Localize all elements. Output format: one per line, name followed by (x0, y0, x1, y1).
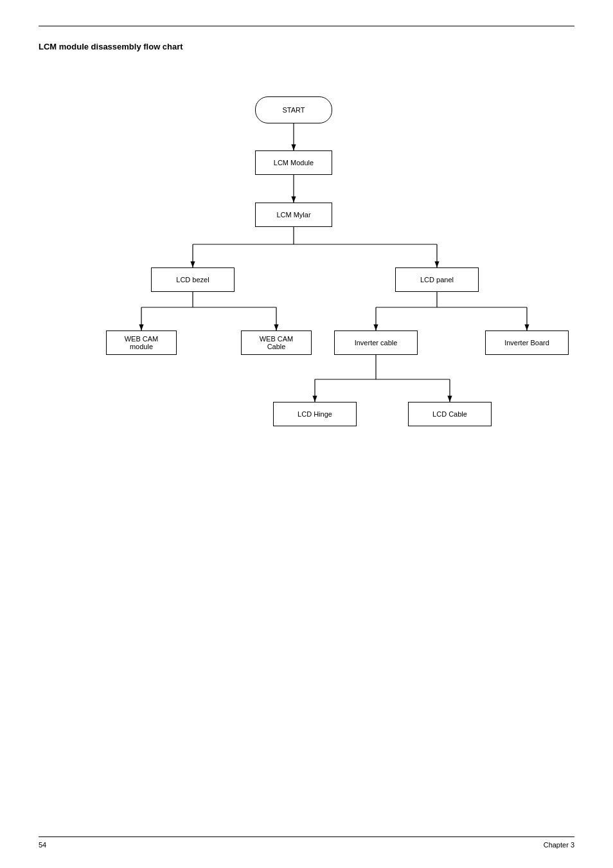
node-webcam-cable: WEB CAM Cable (241, 330, 312, 355)
page-footer: 54 Chapter 3 (39, 836, 574, 849)
top-rule (39, 26, 574, 26)
node-lcd-panel: LCD panel (395, 267, 479, 292)
chapter-label: Chapter 3 (544, 841, 574, 849)
node-inverter-cable: Inverter cable (334, 330, 418, 355)
node-lcd-bezel: LCD bezel (151, 267, 235, 292)
node-inverter-board: Inverter Board (485, 330, 569, 355)
arrows-svg (39, 64, 574, 553)
section-title: LCM module disassembly flow chart (39, 42, 574, 51)
node-start: START (255, 96, 332, 123)
node-lcd-cable: LCD Cable (408, 402, 492, 426)
node-lcd-hinge: LCD Hinge (273, 402, 357, 426)
page-container: LCM module disassembly flow chart (0, 0, 613, 868)
flowchart: START LCM Module LCM Mylar LCD bezel LCD… (39, 64, 574, 553)
node-webcam-module: WEB CAM module (106, 330, 177, 355)
page-number: 54 (39, 841, 46, 849)
node-lcm-mylar: LCM Mylar (255, 203, 332, 227)
node-lcm-module: LCM Module (255, 150, 332, 175)
